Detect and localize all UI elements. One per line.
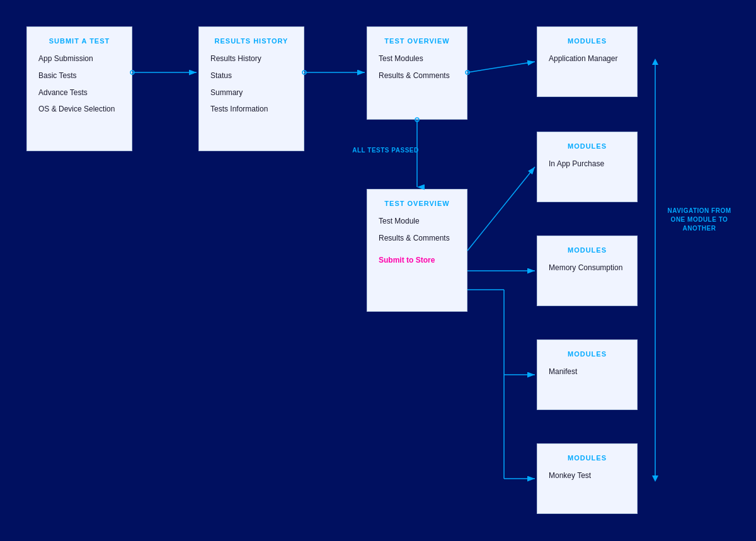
modules-in-app-purchase-title: MODULES (549, 142, 626, 150)
modules-app-manager-title: MODULES (549, 37, 626, 45)
test-overview-bottom-card: TEST OVERVIEW Test Module Results & Comm… (367, 189, 467, 312)
modules-memory-title: MODULES (549, 246, 626, 254)
modules-app-manager-item: Application Manager (549, 54, 626, 64)
svg-marker-21 (652, 59, 658, 65)
results-item-3: Summary (210, 88, 292, 98)
test-overview-bottom-title: TEST OVERVIEW (379, 200, 455, 207)
svg-marker-20 (652, 476, 658, 482)
all-tests-passed-label: ALL TESTS PASSED (348, 146, 423, 155)
submit-item-2: Basic Tests (38, 71, 120, 81)
svg-line-11 (467, 167, 535, 251)
results-item-4: Tests Information (210, 104, 292, 115)
submit-item-1: App Submission (38, 54, 120, 64)
modules-manifest-card: MODULES Manifest (537, 339, 638, 410)
modules-manifest-item: Manifest (549, 367, 626, 377)
diagram-container: SUBMIT A TEST App Submission Basic Tests… (0, 0, 756, 541)
svg-line-7 (467, 62, 535, 72)
test-overview-top-title: TEST OVERVIEW (379, 37, 455, 45)
results-history-card: RESULTS HISTORY Results History Status S… (198, 26, 304, 151)
modules-manifest-title: MODULES (549, 350, 626, 358)
submit-to-store-label: Submit to Store (379, 255, 455, 266)
test-overview-top-item-1: Test Modules (379, 54, 455, 64)
modules-monkey-card: MODULES Monkey Test (537, 443, 638, 514)
modules-memory-item: Memory Consumption (549, 263, 626, 273)
modules-monkey-title: MODULES (549, 454, 626, 462)
submit-item-3: Advance Tests (38, 88, 120, 98)
submit-item-4: OS & Device Selection (38, 104, 120, 115)
test-overview-bottom-item-1: Test Module (379, 216, 455, 227)
test-overview-top-item-2: Results & Comments (379, 71, 455, 81)
modules-monkey-item: Monkey Test (549, 470, 626, 481)
submit-a-test-card: SUBMIT A TEST App Submission Basic Tests… (26, 26, 132, 151)
results-item-1: Results History (210, 54, 292, 64)
results-item-2: Status (210, 71, 292, 81)
test-overview-top-card: TEST OVERVIEW Test Modules Results & Com… (367, 26, 467, 120)
test-overview-bottom-item-2: Results & Comments (379, 233, 455, 244)
navigation-label: NAVIGATION FROMONE MODULE TO ANOTHER (655, 207, 743, 233)
modules-in-app-purchase-card: MODULES In App Purchase (537, 132, 638, 202)
modules-in-app-purchase-item: In App Purchase (549, 159, 626, 169)
results-history-title: RESULTS HISTORY (210, 37, 292, 45)
submit-a-test-title: SUBMIT A TEST (38, 37, 120, 45)
modules-memory-card: MODULES Memory Consumption (537, 236, 638, 306)
modules-app-manager-card: MODULES Application Manager (537, 26, 638, 97)
